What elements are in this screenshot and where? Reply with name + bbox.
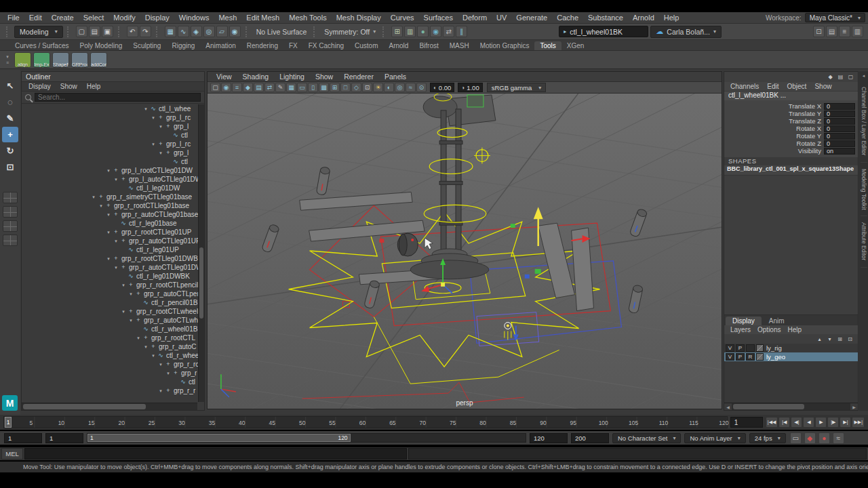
outliner-menu-help[interactable]: Help bbox=[83, 83, 105, 90]
move-layer-up-icon[interactable]: ▴ bbox=[815, 335, 824, 344]
gate-mask-icon[interactable]: ▩ bbox=[319, 83, 329, 92]
expand-arrow-icon[interactable]: ▾ bbox=[105, 166, 112, 175]
layer-editor-tab-display[interactable]: Display bbox=[726, 317, 762, 325]
outliner-node-grp-l[interactable]: ▾+grp_l bbox=[22, 148, 204, 157]
menu-create[interactable]: Create bbox=[47, 13, 79, 22]
scrollbar-thumb[interactable] bbox=[733, 404, 804, 409]
channel-value-field[interactable]: on bbox=[824, 148, 855, 155]
outliner-node-grp-r-simetryctlleg01base[interactable]: ▾+grp_r_simetryCTLleg01base bbox=[22, 192, 204, 201]
playback-range-fill[interactable]: 1 120 bbox=[87, 434, 351, 442]
snap-to-projected-center-icon[interactable]: ◎ bbox=[203, 26, 215, 37]
snap-to-point-icon[interactable]: ◈ bbox=[191, 26, 202, 37]
paint-select-tool[interactable]: ✎ bbox=[2, 110, 18, 126]
menu-mesh-display[interactable]: Mesh Display bbox=[332, 13, 386, 22]
menu-arnold[interactable]: Arnold bbox=[628, 13, 659, 22]
playback-options-icon[interactable]: ▭ bbox=[790, 432, 802, 444]
shelf-tab-sculpting[interactable]: Sculpting bbox=[127, 41, 166, 50]
shelf-tab-motion-graphics[interactable]: Motion Graphics bbox=[475, 41, 535, 50]
layer-editor-menu-help[interactable]: Help bbox=[784, 326, 805, 333]
create-empty-layer-icon[interactable]: ⊞ bbox=[835, 335, 844, 344]
command-line-language-toggle[interactable]: MEL bbox=[1, 448, 23, 460]
expand-arrow-icon[interactable]: ▾ bbox=[105, 210, 112, 219]
menu-curves[interactable]: Curves bbox=[386, 13, 419, 22]
shelf-item-addcor[interactable]: addCor bbox=[90, 52, 107, 68]
move-tool[interactable]: + bbox=[2, 127, 18, 142]
bookmarks-icon[interactable]: ◆ bbox=[243, 83, 253, 92]
outliner-node-grp-r-autoctlleg01base[interactable]: ▾+grp_r_autoCTLleg01base bbox=[22, 210, 204, 219]
outliner-node-ctl-r-leg01up[interactable]: ∿ctl_r_leg01UP bbox=[22, 245, 204, 254]
lasso-select-tool[interactable]: ◌ bbox=[2, 94, 18, 110]
pin-channel-box-icon[interactable]: ◆ bbox=[826, 73, 835, 81]
channel-box-menu-show[interactable]: Show bbox=[811, 83, 835, 90]
frame-all-icon[interactable]: ⊡ bbox=[362, 83, 372, 92]
film-gate-icon[interactable]: ▭ bbox=[297, 83, 307, 92]
outliner-node-ctl-l-whee[interactable]: ▾∿ctl_l_whee bbox=[22, 104, 204, 113]
expand-arrow-icon[interactable]: ▾ bbox=[142, 342, 149, 351]
outliner-node-grp-r-rootctlwheel01bk[interactable]: ▾+grp_r_rootCTLwheel01BK bbox=[22, 307, 204, 316]
animation-preferences-icon[interactable]: ≈ bbox=[833, 432, 844, 444]
select-tool[interactable]: ↖ bbox=[2, 78, 18, 94]
character-set-selector[interactable]: No Character Set ▾ bbox=[612, 433, 681, 443]
outliner-node-grp-r-autoctlwhe[interactable]: ▾+grp_r_autoCTLwhe bbox=[22, 316, 204, 325]
channel-box-display-icon[interactable]: ▤ bbox=[836, 73, 845, 81]
outliner-node-grp-l-autoctlleg01dw[interactable]: ▾+grp_l_autoCTLleg01DW bbox=[22, 175, 204, 184]
menu-mesh[interactable]: Mesh bbox=[214, 13, 241, 22]
layer-color-swatch[interactable] bbox=[756, 353, 764, 361]
channel-value-field[interactable]: 0 bbox=[824, 125, 855, 132]
layer-display-mode-toggle[interactable]: R bbox=[746, 353, 755, 361]
popout-channel-box-icon[interactable]: ▢ bbox=[846, 73, 855, 81]
channel-box-node-name[interactable]: ctl_l_wheel01BK ... bbox=[724, 92, 858, 100]
layer-editor-menu-layers[interactable]: Layers bbox=[727, 326, 754, 333]
expand-arrow-icon[interactable]: ▾ bbox=[90, 192, 97, 201]
shadows-icon[interactable]: ◐ bbox=[384, 83, 394, 92]
expand-arrow-icon[interactable]: ▾ bbox=[142, 104, 149, 113]
outliner-search-input[interactable] bbox=[35, 93, 201, 102]
layer-visibility-toggle[interactable]: V bbox=[726, 344, 734, 352]
outliner-node-ctl-r-whee[interactable]: ▾∿ctl_r_whee bbox=[22, 351, 204, 360]
expand-arrow-icon[interactable]: ▾ bbox=[150, 140, 157, 148]
shelf-tab-tools[interactable]: Tools bbox=[534, 41, 561, 50]
lighting-icon[interactable]: ☀ bbox=[373, 83, 383, 92]
expand-arrow-icon[interactable]: ▾ bbox=[150, 351, 157, 360]
expand-arrow-icon[interactable]: ▾ bbox=[157, 122, 164, 131]
viewport-menu-view[interactable]: View bbox=[212, 73, 237, 81]
step-forward-frame-button[interactable]: ▶| bbox=[840, 417, 851, 428]
shelf-tab-mash[interactable]: MASH bbox=[444, 41, 475, 50]
viewport-panel[interactable]: ViewShadingLightingShowRendererPanels ▢◉… bbox=[207, 71, 722, 409]
layer-editor-menu-options[interactable]: Options bbox=[754, 326, 784, 333]
step-back-key-button[interactable]: ◀| bbox=[791, 417, 802, 428]
go-to-start-button[interactable]: |◀◀ bbox=[766, 417, 778, 428]
outliner-node-grp-l-rc[interactable]: ▾+grp_l_rc bbox=[22, 140, 204, 148]
anim-layer-selector[interactable]: No Anim Layer ▾ bbox=[684, 433, 745, 443]
shelf-item-shapepy[interactable]: ShapePy bbox=[52, 52, 69, 68]
outliner-horizontal-scrollbar[interactable] bbox=[22, 403, 197, 410]
new-scene-icon[interactable]: ▢ bbox=[76, 26, 87, 37]
side-tab-attribute-editor[interactable]: Attribute Editor bbox=[861, 216, 867, 267]
viewport-menu-shading[interactable]: Shading bbox=[238, 73, 274, 81]
expand-arrow-icon[interactable]: ▾ bbox=[157, 360, 164, 369]
layer-playback-toggle[interactable]: P bbox=[736, 344, 745, 352]
menu-surfaces[interactable]: Surfaces bbox=[419, 13, 458, 22]
layer-editor-tab-anim[interactable]: Anim bbox=[762, 317, 791, 325]
viewport-menu-show[interactable]: Show bbox=[311, 73, 338, 81]
gamma-field[interactable]: ◑ 1.00 bbox=[458, 83, 482, 92]
outliner-node-grp-l[interactable]: ▾+grp_l bbox=[22, 122, 204, 131]
menu-windows[interactable]: Windows bbox=[174, 13, 214, 22]
outliner-node-grp-r-rootctlpencil01bk[interactable]: ▾+grp_r_rootCTLpencil01BK bbox=[22, 281, 204, 289]
outliner-node-grp-r-rc[interactable]: ▾+grp_r_rc bbox=[22, 360, 204, 369]
channel-value-field[interactable]: 0 bbox=[824, 103, 855, 110]
grid-toggle-icon[interactable]: ▦ bbox=[286, 83, 296, 92]
shelf-tab-custom[interactable]: Custom bbox=[349, 41, 383, 50]
expand-arrow-icon[interactable]: ▾ bbox=[150, 113, 157, 122]
outliner-node-grp-r-autoc[interactable]: ▾+grp_r_autoC bbox=[22, 342, 204, 351]
3d-scene[interactable] bbox=[208, 94, 722, 409]
grease-pencil-icon[interactable]: ✎ bbox=[275, 83, 285, 92]
layer-color-swatch[interactable] bbox=[756, 344, 764, 352]
screen-space-ao-icon[interactable]: ◎ bbox=[395, 83, 405, 92]
quick-selection-field[interactable]: ▸ ctl_l_wheel01BK bbox=[559, 26, 648, 37]
open-scene-icon[interactable]: ▤ bbox=[89, 26, 100, 37]
attribute-editor-toggle-icon[interactable]: ▤ bbox=[826, 26, 837, 37]
range-start-handle[interactable]: 1 bbox=[90, 434, 94, 441]
multisample-icon[interactable]: ⊙ bbox=[416, 83, 427, 92]
2d-pan-zoom-icon[interactable]: ⇄ bbox=[264, 83, 275, 92]
